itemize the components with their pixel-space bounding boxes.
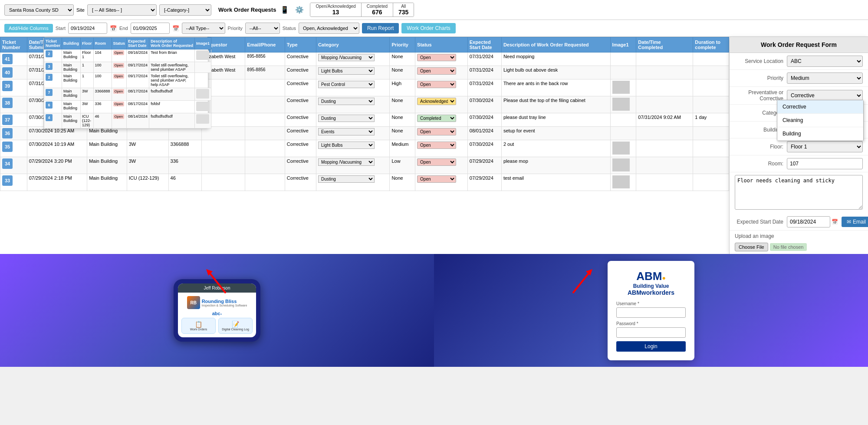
col-email: Email/Phone	[245, 37, 285, 53]
end-label: End	[119, 26, 128, 31]
table-row: 34 07/29/2024 3:20 PM Main Building 3W 3…	[0, 157, 729, 174]
cell-status[interactable]: Completed	[415, 113, 468, 127]
cell-status[interactable]: Acknowledged	[415, 96, 468, 113]
cell-ticket[interactable]: 35	[0, 140, 27, 157]
cell-type: Corrective	[285, 174, 316, 191]
m-cell-ticket[interactable]: 4	[44, 113, 62, 128]
site-select[interactable]: [ -- All Sites-- ]	[87, 4, 157, 16]
start-calendar-icon[interactable]: 📅	[110, 25, 117, 32]
stat-all[interactable]: All 735	[393, 3, 414, 16]
description-textarea[interactable]: Floor needs cleaning and sticky	[735, 175, 863, 210]
m-col-building: Building	[62, 38, 81, 49]
cell-category[interactable]: Dusting	[316, 113, 389, 127]
cell-category[interactable]: Dusting	[316, 174, 389, 191]
cell-ticket[interactable]: 34	[0, 157, 27, 174]
cell-status[interactable]: Open	[415, 140, 468, 157]
phone-icon-cleaning-log[interactable]: 📝 Digital Cleaning Log	[218, 318, 253, 334]
stat-completed[interactable]: Completed 676	[362, 3, 393, 16]
cell-ticket[interactable]: 40	[0, 66, 27, 79]
option-cleaning[interactable]: Cleaning	[777, 114, 863, 127]
m-cell-ticket[interactable]: 2	[44, 49, 62, 62]
cleaning-log-icon: 📝	[221, 321, 250, 328]
settings-icon-btn[interactable]: ⚙️	[293, 4, 306, 16]
stat-open-acknowledged[interactable]: Open/Acknowledged 13	[310, 3, 361, 16]
cell-status[interactable]: Open	[415, 66, 468, 79]
status-filter-select[interactable]: Open, Acknowledged	[299, 23, 359, 34]
m-cell-image	[194, 113, 211, 128]
expected-start-calendar-icon[interactable]: 📅	[832, 219, 838, 225]
cell-ticket[interactable]: 33	[0, 174, 27, 191]
end-calendar-icon[interactable]: 📅	[172, 25, 179, 32]
abm-logo: ABM●	[616, 270, 686, 283]
m-cell-ticket[interactable]: 3	[44, 62, 62, 73]
priority-form-select[interactable]: Medium	[787, 72, 863, 84]
login-btn[interactable]: Login	[616, 341, 686, 352]
phone-icon-work-orders[interactable]: 📋 Work Orders	[181, 318, 216, 334]
m-cell-desc: fsdfsdfsdfsdf	[149, 113, 195, 128]
type-filter-select[interactable]: --All Type--	[182, 23, 225, 34]
right-panel-header: Work Order Request Form	[730, 37, 868, 53]
cell-type: Corrective	[285, 127, 316, 140]
stats-box: Open/Acknowledged 13 Completed 676 All 7…	[310, 3, 414, 17]
cell-status[interactable]: Open	[415, 157, 468, 174]
cell-status[interactable]: Open	[415, 127, 468, 140]
m-cell-status[interactable]: Open	[112, 113, 127, 128]
cell-completed	[636, 53, 693, 66]
password-input[interactable]	[616, 327, 686, 338]
add-hide-columns-btn[interactable]: Add/Hide Columns	[4, 24, 53, 33]
option-corrective[interactable]: Corrective	[777, 100, 863, 114]
no-file-status: No file chosen	[770, 243, 807, 251]
service-location-select[interactable]: ABC	[787, 56, 863, 67]
end-date-input[interactable]	[131, 23, 170, 34]
cell-status[interactable]: Open	[415, 79, 468, 96]
option-building[interactable]: Building	[777, 127, 863, 141]
m-cell-status[interactable]: Open	[112, 49, 127, 62]
m-cell-ticket[interactable]: 6	[44, 101, 62, 113]
cell-status[interactable]: Open	[415, 53, 468, 66]
mobile-icon-btn[interactable]: 📱	[279, 4, 291, 16]
run-report-btn[interactable]: Run Report	[362, 23, 399, 33]
username-input[interactable]	[616, 307, 686, 318]
m-cell-room: 3366888	[93, 88, 112, 101]
m-col-room: Room	[93, 38, 112, 49]
cell-category[interactable]: Events	[316, 127, 389, 140]
m-cell-desc: Test from Brian	[149, 49, 195, 62]
m-cell-status[interactable]: Open	[112, 62, 127, 73]
expected-start-input[interactable]	[787, 216, 830, 227]
start-date-input[interactable]	[68, 23, 107, 34]
cell-category[interactable]: Light Bulbs	[316, 140, 389, 157]
cell-category[interactable]: Pest Control	[316, 79, 389, 96]
room-form-input[interactable]	[787, 158, 863, 169]
floor-form-select[interactable]: Floor 1	[787, 141, 863, 152]
cell-category[interactable]: Dusting	[316, 96, 389, 113]
cell-ticket[interactable]: 36	[0, 127, 27, 140]
district-select[interactable]: Santa Rosa County SD	[4, 4, 74, 16]
cell-category[interactable]: Mopping /Vacuuming	[316, 53, 389, 66]
work-order-charts-btn[interactable]: Work Order Charts	[401, 23, 455, 33]
m-cell-status[interactable]: Open	[112, 101, 127, 113]
m-cell-status[interactable]: Open	[112, 88, 127, 101]
cell-ticket[interactable]: 39	[0, 79, 27, 96]
cell-ticket[interactable]: 38	[0, 96, 27, 113]
username-label: Username *	[616, 301, 639, 306]
category-select[interactable]: [-Category-]	[159, 4, 211, 16]
choose-file-btn[interactable]: Choose File	[735, 243, 768, 251]
cell-category[interactable]: Light Bulbs	[316, 66, 389, 79]
cell-ticket[interactable]: 41	[0, 53, 27, 66]
cell-expected: 07/29/2024	[467, 157, 501, 174]
m-cell-floor: 1	[81, 73, 94, 88]
svg-line-2	[573, 271, 590, 293]
m-cell-ticket[interactable]: 2	[44, 73, 62, 88]
cell-ticket[interactable]: 37	[0, 113, 27, 127]
cell-status[interactable]: Open	[415, 174, 468, 191]
email-btn[interactable]: ✉ Email	[842, 217, 868, 227]
priority-filter-select[interactable]: --All--	[245, 23, 280, 34]
m-cell-ticket[interactable]: 7	[44, 88, 62, 101]
m-cell-status[interactable]: Open	[112, 73, 127, 88]
abc-label: abc-	[181, 311, 253, 316]
cell-priority: Medium	[390, 140, 415, 157]
bottom-left: Jeff Robinson RB Rounding Bliss Inspecti…	[0, 254, 434, 367]
m-col-image: Image1	[194, 38, 211, 49]
cell-category[interactable]: Mopping /Vacuuming	[316, 157, 389, 174]
cell-duration	[693, 66, 729, 79]
